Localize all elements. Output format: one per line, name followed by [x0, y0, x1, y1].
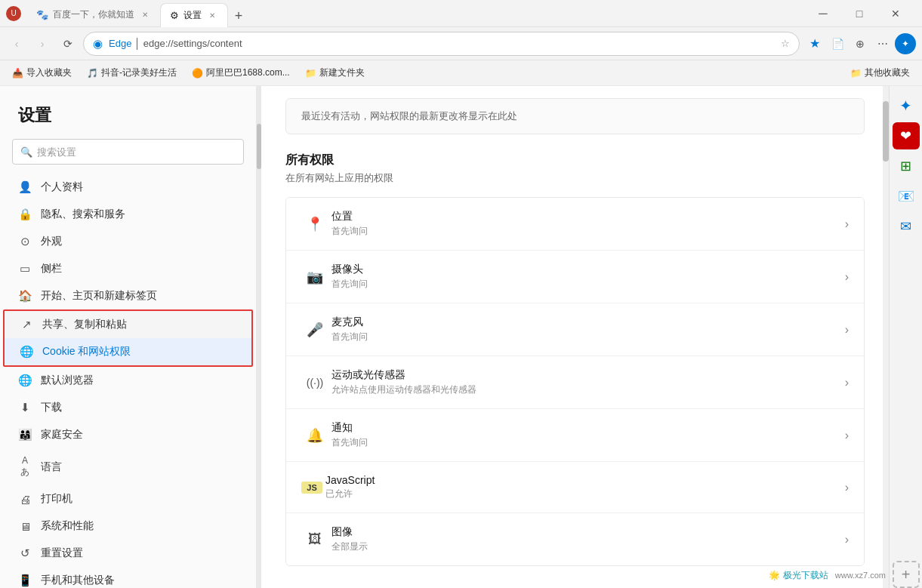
sidebar-item-downloads[interactable]: ⬇ 下载 [0, 394, 256, 421]
shopping-icon[interactable]: ✉ [893, 213, 920, 240]
permission-javascript[interactable]: JS JavaScript 已允许 › [286, 462, 864, 513]
permission-microphone-desc: 首先询问 [331, 331, 845, 343]
sidebar-item-profile[interactable]: 👤 个人资料 [0, 174, 256, 201]
bookmark-douyin-icon: 🎵 [87, 68, 98, 79]
permission-microphone[interactable]: 🎤 麦克风 首先询问 › [286, 303, 864, 356]
add-to-favorites-icon[interactable]: ⊕ [850, 33, 871, 54]
notice-text: 最近没有活动，网站权限的最新更改将显示在此处 [301, 110, 517, 122]
watermark: 🌟 极光下载站 www.xz7.com [769, 569, 886, 582]
permission-camera-desc: 首先询问 [331, 278, 845, 291]
permission-javascript-name: JavaScript [325, 474, 845, 486]
reset-icon: ↺ [18, 546, 32, 560]
permission-motion-info: 运动或光传感器 允许站点使用运动传感器和光传感器 [328, 368, 845, 396]
tab-baidu-close[interactable]: ✕ [139, 9, 151, 21]
bookmark-alibaba-icon: 🟠 [192, 68, 203, 79]
sidebar-item-system[interactable]: 🖥 系统和性能 [0, 513, 256, 540]
sidebar-item-default-browser[interactable]: 🌐 默认浏览器 [0, 367, 256, 394]
content-scrollbar-thumb[interactable] [883, 101, 889, 162]
search-input[interactable] [37, 146, 236, 158]
permission-notifications-desc: 首先询问 [331, 436, 845, 449]
sidebar-item-startup-label: 开始、主页和新建标签页 [41, 289, 157, 303]
tab-settings-label: 设置 [183, 9, 202, 22]
edge-profile-icon[interactable]: ✦ [895, 33, 916, 54]
forward-button[interactable]: › [32, 33, 53, 54]
close-button[interactable]: ✕ [878, 2, 913, 25]
bookmark-douyin-label: 抖音-记录美好生活 [101, 66, 177, 79]
permission-images-name: 图像 [331, 525, 845, 539]
tabs-container: 🐾 百度一下，你就知道 ✕ ⚙ 设置 ✕ + [21, 0, 806, 27]
favorites-sidebar-icon[interactable]: ❤ [893, 122, 920, 149]
add-sidebar-icon[interactable]: + [893, 561, 920, 588]
sidebar-item-reset[interactable]: ↺ 重置设置 [0, 540, 256, 567]
permission-location[interactable]: 📍 位置 首先询问 › [286, 198, 864, 251]
sidebar-item-appearance[interactable]: ⊙ 外观 [0, 228, 256, 255]
family-icon: 👨‍👩‍👧 [18, 428, 32, 442]
sidebar-item-share[interactable]: ↗ 共享、复制和粘贴 [5, 311, 251, 338]
address-text: Edge │ edge://settings/content [109, 38, 242, 49]
sidebar-item-cookies[interactable]: 🌐 Cookie 和网站权限 [5, 338, 251, 365]
new-tab-button[interactable]: + [228, 6, 249, 27]
back-button[interactable]: ‹ [6, 33, 27, 54]
bookmark-other[interactable]: 📁 其他收藏夹 [844, 64, 916, 82]
content-scrollbar-track[interactable] [883, 86, 889, 588]
sidebar-search-box[interactable]: 🔍 [12, 139, 244, 165]
sidebar-item-phone[interactable]: 📱 手机和其他设备 [0, 567, 256, 588]
minimize-button[interactable]: ─ [806, 2, 840, 25]
content-area: 最近没有活动，网站权限的最新更改将显示在此处 所有权限 在所有网站上应用的权限 … [261, 86, 889, 588]
permission-camera[interactable]: 📷 摄像头 首先询问 › [286, 251, 864, 303]
permission-images[interactable]: 🖼 图像 全部显示 › [286, 513, 864, 565]
bookmark-import[interactable]: 📥 导入收藏夹 [6, 64, 78, 82]
phone-icon: 📱 [18, 574, 32, 587]
bookmark-newfolder-icon: 📁 [305, 68, 316, 79]
more-tools-icon[interactable]: ⋯ [872, 33, 893, 54]
reload-button[interactable]: ⟳ [57, 33, 79, 54]
reader-mode-icon[interactable]: 📄 [827, 33, 848, 54]
sidebar-item-privacy[interactable]: 🔒 隐私、搜索和服务 [0, 201, 256, 228]
permission-javascript-desc: 已允许 [325, 488, 845, 500]
maximize-button[interactable]: □ [842, 2, 877, 25]
favorites-icon[interactable]: ★ [804, 33, 825, 54]
tab-settings[interactable]: ⚙ 设置 ✕ [160, 3, 228, 27]
profile-icon: 👤 [18, 180, 32, 194]
permission-images-desc: 全部显示 [331, 540, 845, 553]
sidebar-item-startup[interactable]: 🏠 开始、主页和新建标签页 [0, 282, 256, 309]
copilot-icon[interactable]: ✦ [893, 92, 920, 119]
outlook-icon[interactable]: 📧 [893, 183, 920, 210]
tab-settings-close[interactable]: ✕ [206, 9, 218, 21]
sidebar-item-default-browser-label: 默认浏览器 [41, 374, 94, 387]
sidebar-item-sidebar[interactable]: ▭ 侧栏 [0, 255, 256, 282]
address-bar[interactable]: ◉ Edge │ edge://settings/content ☆ [83, 32, 800, 56]
highlighted-group: ↗ 共享、复制和粘贴 🌐 Cookie 和网站权限 [3, 309, 253, 367]
sidebar-icon: ▭ [18, 262, 32, 276]
permission-microphone-info: 麦克风 首先询问 [328, 316, 845, 343]
star-icon[interactable]: ☆ [781, 38, 790, 49]
tab-baidu-icon: 🐾 [36, 9, 48, 20]
tab-baidu[interactable]: 🐾 百度一下，你就知道 ✕ [27, 3, 160, 27]
collections-icon[interactable]: ⊞ [893, 152, 920, 180]
images-icon: 🖼 [301, 531, 328, 547]
permission-microphone-name: 麦克风 [331, 316, 845, 329]
settings-title: 设置 [0, 104, 256, 139]
permission-camera-name: 摄像头 [331, 263, 845, 276]
sidebar-item-profile-label: 个人资料 [41, 180, 83, 194]
permission-location-name: 位置 [331, 210, 845, 223]
sidebar-item-family[interactable]: 👨‍👩‍👧 家庭安全 [0, 421, 256, 448]
language-icon: Aあ [18, 455, 32, 479]
right-sidebar: ✦ ❤ ⊞ 📧 ✉ + [889, 86, 922, 588]
lock-icon: 🔒 [18, 208, 32, 221]
bookmark-alibaba[interactable]: 🟠 阿里巴巴1688.com... [186, 64, 296, 82]
sidebar-item-privacy-label: 隐私、搜索和服务 [41, 208, 125, 221]
permission-notifications[interactable]: 🔔 通知 首先询问 › [286, 409, 864, 462]
title-bar: U 🐾 百度一下，你就知道 ✕ ⚙ 设置 ✕ + ─ □ ✕ [0, 0, 922, 27]
permission-location-info: 位置 首先询问 [328, 210, 845, 238]
permission-motion[interactable]: ((·)) 运动或光传感器 允许站点使用运动传感器和光传感器 › [286, 356, 864, 409]
bookmark-douyin[interactable]: 🎵 抖音-记录美好生活 [81, 64, 183, 82]
share-icon: ↗ [20, 318, 33, 331]
tab-baidu-label: 百度一下，你就知道 [53, 8, 134, 21]
profile-avatar[interactable]: U [6, 6, 21, 21]
sidebar-item-print[interactable]: 🖨 打印机 [0, 485, 256, 513]
sidebar-item-language[interactable]: Aあ 语言 [0, 448, 256, 485]
all-permissions-header: 所有权限 在所有网站上应用的权限 [285, 152, 865, 191]
microphone-icon: 🎤 [301, 322, 328, 338]
bookmark-newfolder[interactable]: 📁 新建文件夹 [299, 64, 371, 82]
